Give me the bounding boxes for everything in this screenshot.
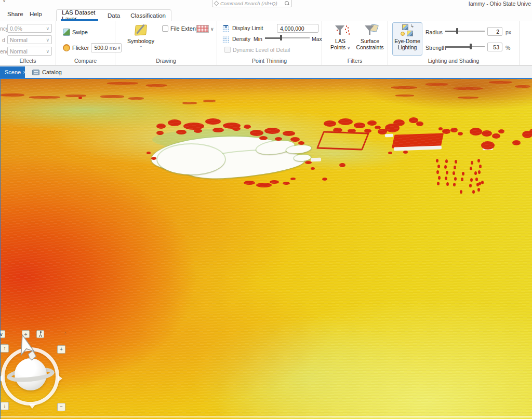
red-dot [454, 166, 456, 169]
las-points-button[interactable]: LAS Points ∨ [327, 23, 353, 50]
tree-canopy-point [151, 157, 156, 160]
tree-canopy-point [324, 120, 336, 127]
display-limit-input[interactable]: 4,000,000 [277, 24, 318, 33]
title-bar: ∨ Command Search (Alt+Q) Iammy - Ohio St… [0, 0, 532, 9]
elevation-streak [458, 97, 478, 99]
walk-mode-button[interactable] [36, 330, 44, 338]
zoom-in-button[interactable]: + [57, 345, 65, 354]
elevation-streak [146, 84, 167, 87]
tree-canopy-point [470, 128, 482, 136]
symbology-icon [134, 24, 148, 36]
group-filters: LAS Points ∨ Surface Constraints Filters [322, 21, 388, 65]
tree-canopy-point [283, 131, 295, 136]
elevation-streak [107, 82, 138, 85]
red-dot [479, 165, 482, 168]
feature-blend-combobox[interactable]: Normal∨ [7, 47, 52, 56]
red-dot [446, 171, 448, 174]
chevron-down-icon: ∨ [210, 27, 214, 31]
display-limit-label: Display Limit [232, 25, 263, 31]
lake-nodata-area [157, 144, 225, 174]
scene-viewport[interactable]: ∨ ↔↕ ⁘ ↑ + ↓ − [0, 79, 532, 419]
surface-constraints-button[interactable]: Surface Constraints [354, 23, 385, 50]
las-points-filter-icon [334, 24, 347, 37]
red-dot [454, 177, 457, 181]
tab-las-dataset-layer[interactable]: LAS Dataset Layer [57, 10, 102, 21]
file-extent-checkbox[interactable]: File Extent [162, 25, 197, 32]
red-dot [455, 160, 457, 164]
radius-label: Radius [425, 29, 443, 35]
red-dot [461, 178, 463, 181]
tilt-up-button[interactable]: ↑ [1, 344, 9, 353]
symbology-button[interactable]: Symbology ⌄ [125, 22, 157, 48]
density-slider-thumb[interactable] [280, 35, 282, 40]
tree-canopy-point [270, 180, 279, 184]
elevation-streak [489, 81, 512, 84]
elevation-streak [128, 97, 144, 100]
density-icon: → [222, 36, 230, 43]
red-dot [472, 190, 475, 194]
navigator-collapse-button[interactable]: ∨ [0, 330, 5, 338]
close-icon[interactable]: × [23, 69, 26, 75]
layer-blend-combobox[interactable]: Normal∨ [7, 35, 52, 44]
tree-canopy-point [290, 137, 300, 142]
elevation-streak [1, 93, 24, 97]
tab-data[interactable]: Data [102, 10, 125, 21]
radius-slider-thumb[interactable] [456, 28, 458, 34]
dynamic-lod-checkbox[interactable]: Dynamic Level of Detail [224, 47, 290, 53]
search-icon [285, 1, 289, 6]
density-min-label: Min [254, 36, 262, 42]
tree-canopy-point [205, 118, 221, 125]
checkbox-icon[interactable] [162, 25, 168, 32]
tree-canopy-point [438, 127, 443, 130]
tree-canopy-point [322, 178, 327, 181]
view-tab-scene[interactable]: Scene × [0, 66, 25, 78]
tree-canopy-point [250, 130, 263, 136]
strength-slider[interactable] [445, 44, 485, 49]
radius-slider[interactable] [445, 28, 485, 34]
strength-slider-thumb[interactable] [470, 44, 472, 49]
command-search-input[interactable]: Command Search (Alt+Q) [212, 0, 292, 7]
tab-share[interactable]: Share [7, 11, 23, 17]
tree-canopy-point [512, 140, 521, 145]
tree-canopy-point [264, 128, 280, 134]
chevron-down-icon: ∨ [46, 26, 49, 31]
density-slider[interactable] [265, 35, 310, 40]
density-label: Density [232, 36, 250, 42]
catalog-icon [32, 70, 39, 75]
red-dot [444, 165, 447, 169]
tree-canopy-point [183, 123, 204, 130]
group-point-thinning: Display Limit 4,000,000 → Density Min Ma… [217, 21, 322, 65]
tree-canopy-point [305, 161, 312, 164]
tab-classification[interactable]: Classification [125, 10, 171, 21]
strength-input[interactable]: 53 [487, 43, 502, 51]
flicker-button[interactable]: Flicker 500.0 ms ▴▾ [63, 43, 122, 52]
view-tab-catalog[interactable]: Catalog [29, 66, 71, 78]
group-drawing: Symbology ⌄ File Extent ∨ Drawing [115, 21, 217, 65]
quick-access-chevron-icon[interactable]: ∨ [2, 0, 6, 4]
transparency-combobox[interactable]: 0.0%∨ [7, 24, 52, 33]
eye-dome-lighting-button[interactable]: ↳ Eye-Dome Lighting [392, 22, 422, 56]
tree-canopy-point [290, 178, 296, 180]
red-dot [476, 183, 479, 186]
tree-canopy-point [348, 129, 356, 133]
tree-canopy-point [339, 163, 345, 167]
chevron-down-icon: ⌄ [139, 44, 143, 48]
radius-input[interactable]: 2 [487, 27, 502, 36]
tree-canopy-point [481, 141, 495, 150]
tilt-down-button[interactable]: ↓ [1, 402, 9, 410]
move-widget-icon[interactable]: ⁘ [63, 331, 68, 336]
red-dot [445, 177, 447, 180]
red-dot [470, 167, 472, 170]
elevation-streak [395, 94, 414, 97]
command-search-icon [214, 1, 219, 6]
tab-help[interactable]: Help [30, 11, 42, 17]
zoom-out-button[interactable]: − [57, 403, 65, 411]
file-extent-symbol-dropdown[interactable]: ∨ [196, 25, 214, 33]
tree-canopy-point [333, 128, 342, 132]
tree-canopy-point [442, 129, 450, 134]
red-dot [436, 170, 439, 174]
swipe-button[interactable]: Swipe [63, 29, 88, 36]
group-label-lighting: Lighting and Shading [388, 58, 519, 64]
tree-canopy-point [256, 183, 272, 187]
red-dot [446, 182, 449, 186]
